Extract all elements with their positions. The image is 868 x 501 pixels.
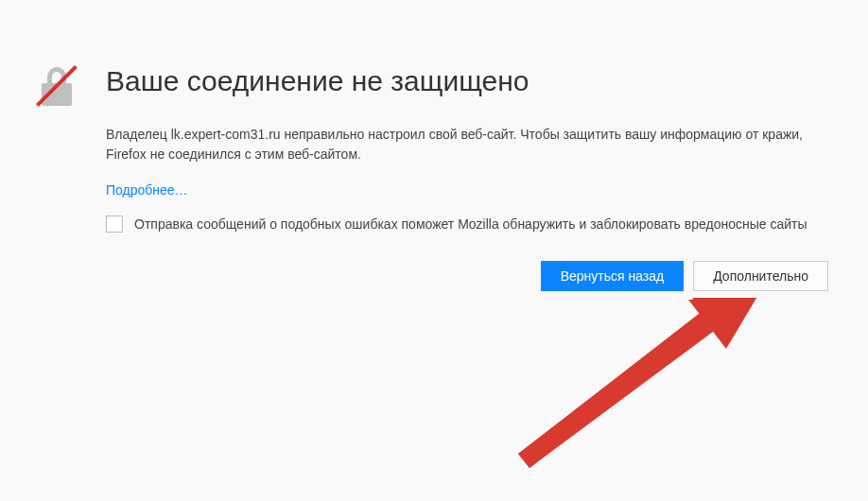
advanced-button[interactable]: Дополнительно bbox=[693, 261, 828, 291]
go-back-button[interactable]: Вернуться назад bbox=[541, 261, 685, 291]
page-title: Ваше соединение не защищено bbox=[106, 64, 828, 98]
learn-more-link[interactable]: Подробнее… bbox=[106, 182, 188, 198]
insecure-lock-icon bbox=[36, 64, 78, 106]
svg-marker-1 bbox=[518, 309, 720, 468]
report-errors-checkbox[interactable] bbox=[106, 216, 123, 233]
report-errors-label: Отправка сообщений о подобных ошибках по… bbox=[134, 215, 807, 234]
error-description: Владелец lk.expert-com31.ru неправильно … bbox=[106, 125, 828, 164]
